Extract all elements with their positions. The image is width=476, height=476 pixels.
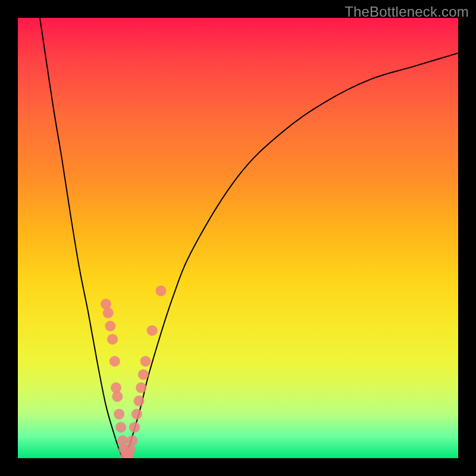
marker-point bbox=[105, 321, 115, 331]
marker-point bbox=[115, 422, 126, 433]
marker-point bbox=[136, 383, 146, 393]
marker-group bbox=[101, 286, 167, 458]
marker-point bbox=[138, 369, 149, 380]
marker-point bbox=[107, 334, 118, 345]
chart-plot-area bbox=[18, 18, 458, 458]
marker-point bbox=[131, 409, 142, 419]
marker-point bbox=[109, 356, 120, 367]
marker-point bbox=[129, 422, 140, 433]
marker-point bbox=[103, 308, 114, 318]
marker-point bbox=[112, 391, 123, 402]
marker-point bbox=[156, 286, 167, 296]
marker-point bbox=[140, 356, 151, 367]
watermark-text: TheBottleneck.com bbox=[345, 4, 469, 20]
bottleneck-curve-svg bbox=[18, 18, 458, 458]
marker-point bbox=[134, 396, 145, 406]
marker-point bbox=[127, 435, 137, 446]
marker-point bbox=[147, 325, 158, 336]
bottleneck-curve-path bbox=[40, 18, 458, 458]
marker-point bbox=[114, 409, 124, 419]
